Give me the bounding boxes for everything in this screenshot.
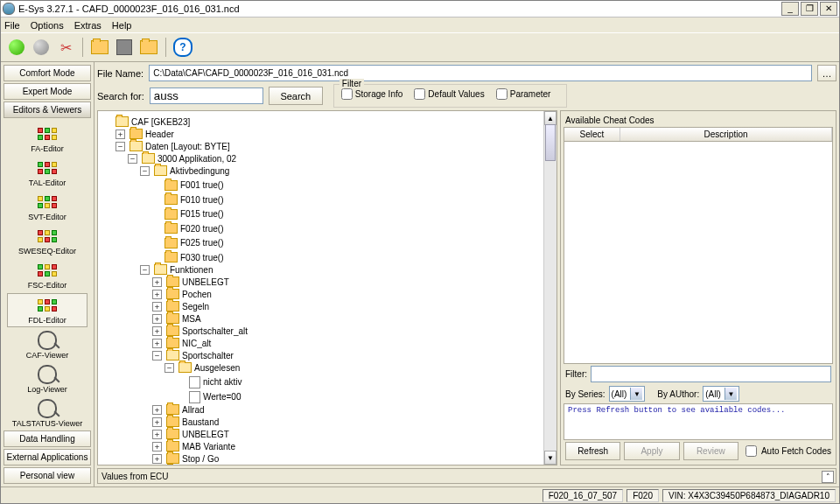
minimize-button[interactable]: _ bbox=[781, 2, 799, 16]
folder-icon bbox=[154, 264, 167, 275]
autofetch-checkbox[interactable]: Auto Fetch Codes bbox=[742, 443, 831, 459]
folder-icon bbox=[166, 289, 179, 299]
sidebar-editors-viewers[interactable]: Editors & Viewers bbox=[4, 102, 91, 118]
col-select[interactable]: Select bbox=[564, 128, 620, 141]
statusbar: F020_16_07_507 F020 VIN: X4X3C39450P6848… bbox=[1, 486, 839, 503]
status-vin: VIN: X4X3C39450P684873_DIAGADR10 bbox=[662, 489, 836, 502]
menu-extras[interactable]: Extras bbox=[74, 20, 102, 31]
filter-storage[interactable]: Storage Info bbox=[341, 88, 402, 100]
scroll-thumb[interactable] bbox=[545, 124, 556, 161]
forward-button bbox=[31, 37, 52, 58]
sidebar-item-svt-editor[interactable]: SVT-Editor bbox=[8, 191, 87, 223]
folder-icon bbox=[166, 313, 179, 324]
fdl-tree[interactable]: CAF [GKEB23] +Header −Daten [Layout: BYT… bbox=[98, 111, 543, 465]
maximize-button[interactable]: ❐ bbox=[801, 2, 818, 16]
chevron-down-icon: ▼ bbox=[630, 388, 642, 400]
filename-field[interactable] bbox=[149, 65, 812, 81]
review-button: Review bbox=[683, 442, 738, 460]
by-author-combo[interactable]: (All)▼ bbox=[703, 386, 739, 402]
sidebar-item-log-viewer[interactable]: Log-Viewer bbox=[8, 363, 87, 396]
filter-group: Filter Storage Info Default Values Param… bbox=[333, 84, 568, 108]
folder-icon bbox=[164, 238, 178, 248]
folder-icon bbox=[166, 453, 179, 464]
help-button[interactable]: ? bbox=[172, 37, 193, 58]
search-input[interactable] bbox=[150, 88, 263, 104]
open2-button[interactable] bbox=[138, 37, 159, 58]
cheats-list bbox=[564, 142, 833, 364]
search-button[interactable]: Search bbox=[269, 87, 323, 105]
scroll-up-icon[interactable]: ▲ bbox=[544, 111, 556, 125]
chevron-down-icon: ▼ bbox=[724, 388, 737, 400]
cheat-filter-input[interactable] bbox=[591, 366, 831, 382]
sidebar-item-fa-editor[interactable]: FA-Editor bbox=[8, 122, 87, 155]
cheat-pane: Available Cheat Codes Select Description… bbox=[560, 110, 836, 466]
menu-file[interactable]: File bbox=[4, 20, 20, 31]
folder-icon bbox=[164, 223, 178, 234]
save-button bbox=[114, 37, 135, 58]
close-button[interactable]: ✕ bbox=[820, 2, 837, 16]
folder-icon bbox=[166, 326, 179, 336]
by-author-label: By AUthor: bbox=[657, 389, 699, 399]
sidebar-external-apps[interactable]: External Applications bbox=[4, 449, 91, 466]
sidebar-item-fsc-editor[interactable]: FSC-Editor bbox=[8, 259, 87, 291]
by-series-combo[interactable]: (All)▼ bbox=[609, 386, 646, 402]
folder-icon bbox=[164, 209, 178, 220]
filter-default[interactable]: Default Values bbox=[414, 88, 484, 100]
sidebar-data-handling[interactable]: Data Handling bbox=[4, 430, 91, 447]
search-label: Search for: bbox=[97, 91, 144, 102]
scroll-down-icon[interactable]: ▼ bbox=[544, 451, 556, 465]
sidebar-item-sweseq-editor[interactable]: SWESEQ-Editor bbox=[8, 225, 87, 257]
cheat-filter-label: Filter: bbox=[565, 369, 587, 379]
folder-icon bbox=[166, 404, 179, 415]
menu-options[interactable]: Options bbox=[31, 20, 64, 31]
folder-icon bbox=[154, 165, 167, 176]
folder-icon bbox=[142, 153, 155, 164]
page-icon bbox=[189, 391, 200, 403]
tree-scrollbar[interactable]: ▲ ▼ bbox=[543, 111, 556, 465]
folder-icon bbox=[130, 141, 143, 151]
folder-icon bbox=[164, 180, 178, 191]
sidebar-personal-view[interactable]: Personal view bbox=[4, 467, 91, 484]
sidebar-comfort[interactable]: Comfort Mode bbox=[4, 65, 91, 81]
refresh-button[interactable]: Refresh bbox=[565, 442, 620, 460]
menubar: File Options Extras Help bbox=[1, 18, 839, 33]
sidebar: Comfort Mode Expert Mode Editors & Viewe… bbox=[1, 62, 94, 486]
folder-icon bbox=[166, 276, 179, 287]
cut-button[interactable]: ✂ bbox=[55, 37, 76, 58]
open-button[interactable] bbox=[89, 37, 110, 58]
folder-icon bbox=[116, 116, 129, 127]
back-button[interactable] bbox=[6, 37, 27, 58]
folder-icon bbox=[166, 338, 179, 348]
sidebar-item-tal-editor[interactable]: TAL-Editor bbox=[8, 157, 87, 189]
folder-icon bbox=[178, 362, 192, 373]
filter-parameter[interactable]: Parameter bbox=[496, 88, 551, 100]
tree-pane: CAF [GKEB23] +Header −Daten [Layout: BYT… bbox=[97, 110, 557, 466]
browse-button[interactable]: … bbox=[817, 65, 836, 81]
titlebar: E-Sys 3.27.1 - CAFD_0000023F_016_016_031… bbox=[1, 1, 839, 18]
cheats-title: Available Cheat Codes bbox=[564, 114, 833, 127]
cheats-message: Press Refresh button to see available co… bbox=[564, 403, 833, 440]
filename-label: File Name: bbox=[97, 68, 144, 79]
folder-icon bbox=[166, 429, 179, 439]
folder-icon bbox=[166, 441, 179, 452]
page-icon bbox=[189, 376, 200, 388]
sidebar-item-fdl-editor[interactable]: FDL-Editor bbox=[7, 293, 88, 327]
status-sw: F020_16_07_507 bbox=[542, 489, 623, 502]
ecu-values-panel[interactable]: Values from ECU ˄ bbox=[97, 468, 836, 484]
menu-help[interactable]: Help bbox=[112, 20, 132, 31]
ecu-values-label: Values from ECU bbox=[102, 472, 169, 481]
sidebar-item-caf-viewer[interactable]: CAF-Viewer bbox=[8, 329, 87, 361]
by-series-label: By Series: bbox=[565, 389, 606, 399]
folder-icon bbox=[166, 301, 179, 312]
main-area: File Name: … Search for: Search Filter S… bbox=[94, 62, 839, 486]
sidebar-item-talstatus-viewer[interactable]: TALSTATUS-Viewer bbox=[8, 397, 87, 430]
col-description[interactable]: Description bbox=[620, 128, 832, 141]
sidebar-expert[interactable]: Expert Mode bbox=[4, 83, 91, 100]
toolbar: ✂ ? bbox=[1, 33, 839, 62]
filter-legend: Filter bbox=[340, 79, 364, 88]
folder-icon bbox=[130, 129, 143, 139]
collapse-icon[interactable]: ˄ bbox=[822, 471, 834, 483]
folder-icon bbox=[166, 416, 179, 427]
apply-button: Apply bbox=[624, 442, 679, 460]
cheats-header: Select Description bbox=[564, 127, 833, 142]
